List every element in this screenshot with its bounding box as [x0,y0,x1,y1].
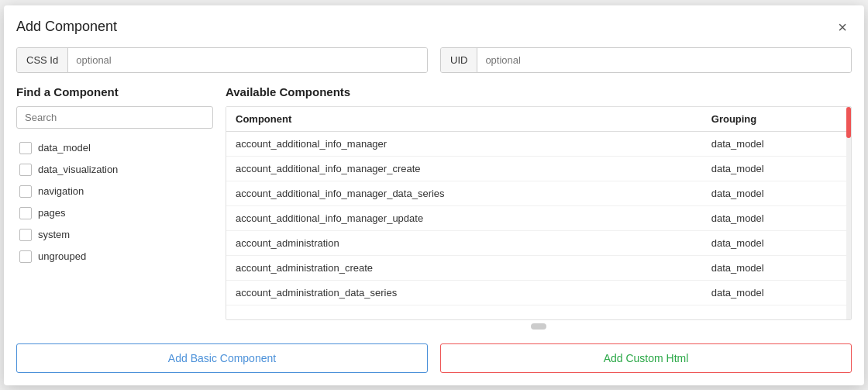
filter-label-system: system [38,229,70,240]
sidebar: Find a Component data_model data_visuali… [16,85,226,333]
filter-item-pages[interactable]: pages [16,203,213,223]
grouping-cell: data_model [702,280,851,305]
table-row[interactable]: account_additional_info_manager_update d… [226,205,851,230]
filter-list: data_model data_visualization navigation… [16,138,213,267]
modal-title: Add Component [16,19,117,35]
uid-label: UID [441,48,477,72]
available-components-title: Available Components [226,85,852,98]
close-button[interactable]: × [833,18,852,36]
filter-item-ungrouped[interactable]: ungrouped [16,247,213,267]
component-cell: account_administration_create [226,255,702,280]
filter-label-data_visualization: data_visualization [38,164,118,175]
table-header-row: Component Grouping [226,107,851,132]
search-input-wrap[interactable] [16,106,213,129]
add-component-modal: Add Component × CSS Id UID Find a Compon… [4,5,864,385]
filter-label-ungrouped: ungrouped [38,250,86,262]
filter-checkbox-system[interactable] [19,229,32,241]
components-tbody: account_additional_info_manager data_mod… [226,131,851,305]
grouping-cell: data_model [702,230,851,255]
fields-row: CSS Id UID [16,47,852,73]
table-row[interactable]: account_administration_create data_model [226,255,851,280]
filter-label-pages: pages [38,207,65,219]
table-row[interactable]: account_additional_info_manager_create d… [226,156,851,181]
filter-checkbox-data_visualization[interactable] [19,164,32,176]
filter-label-navigation: navigation [38,185,84,197]
search-input[interactable] [25,112,205,123]
components-table: Component Grouping account_additional_in… [226,107,851,305]
grouping-cell: data_model [702,156,851,181]
filter-checkbox-navigation[interactable] [19,185,32,198]
uid-input[interactable] [477,48,851,72]
filter-item-system[interactable]: system [16,225,213,245]
table-row[interactable]: account_additional_info_manager_data_ser… [226,181,851,205]
component-cell: account_additional_info_manager_create [226,156,702,181]
table-row[interactable]: account_administration_data_series data_… [226,280,851,305]
modal-header: Add Component × [16,18,852,36]
components-table-wrap[interactable]: Component Grouping account_additional_in… [226,106,852,320]
component-cell: account_additional_info_manager_data_ser… [226,181,702,205]
add-basic-component-button[interactable]: Add Basic Component [16,343,428,373]
main-area: Available Components Component Grouping … [226,85,852,333]
css-id-group: CSS Id [16,47,428,73]
grouping-cell: data_model [702,131,851,156]
component-cell: account_additional_info_manager_update [226,205,702,230]
filter-checkbox-data_model[interactable] [19,142,32,154]
css-id-label: CSS Id [17,48,68,72]
filter-item-navigation[interactable]: navigation [16,181,213,202]
col-component-header: Component [226,107,702,132]
scrollbar-thumb [846,107,851,138]
filter-item-data_visualization[interactable]: data_visualization [16,160,213,180]
grouping-cell: data_model [702,181,851,205]
component-cell: account_administration [226,230,702,255]
filter-checkbox-ungrouped[interactable] [19,250,32,263]
footer: Add Basic Component Add Custom Html [16,343,852,373]
uid-group: UID [440,47,852,73]
component-cell: account_administration_data_series [226,280,702,305]
scrollbar[interactable] [846,107,851,319]
filter-label-data_model: data_model [38,142,91,154]
sidebar-title: Find a Component [16,85,213,98]
table-row[interactable]: account_additional_info_manager data_mod… [226,131,851,156]
add-custom-html-button[interactable]: Add Custom Html [440,343,852,373]
component-cell: account_additional_info_manager [226,131,702,156]
horizontal-scroll-area [226,320,852,333]
filter-checkbox-pages[interactable] [19,207,32,219]
body-row: Find a Component data_model data_visuali… [16,85,852,333]
filter-item-data_model[interactable]: data_model [16,138,213,158]
css-id-input[interactable] [68,48,427,72]
grouping-cell: data_model [702,255,851,280]
grouping-cell: data_model [702,205,851,230]
table-row[interactable]: account_administration data_model [226,230,851,255]
horizontal-scrollbar-thumb[interactable] [531,323,546,330]
col-grouping-header: Grouping [702,107,851,132]
